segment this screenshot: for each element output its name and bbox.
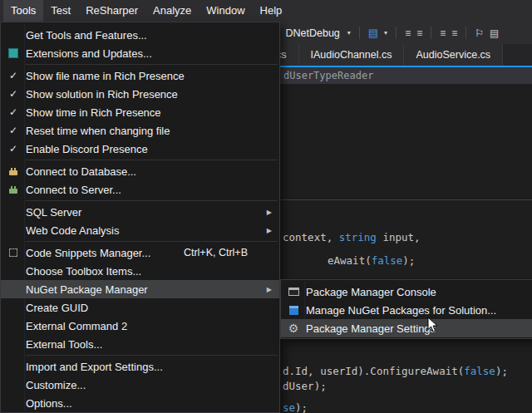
menu-item-external-tools[interactable]: External Tools...: [1, 335, 279, 353]
menu-item-label: Show file name in Rich Presence: [26, 70, 279, 82]
menu-item-choose-toolbox-items[interactable]: Choose Toolbox Items...: [1, 262, 279, 280]
menu-separator: [26, 200, 278, 201]
menu-item-code-snippets-manager[interactable]: Code Snippets Manager... Ctrl+K, Ctrl+B: [1, 243, 279, 262]
code-token: d.Id, userId).ConfigureAwait(: [283, 365, 464, 377]
menu-item-label: Options...: [26, 397, 279, 410]
code-line-3: d.Id, userId).ConfigureAwait(false);: [283, 365, 508, 377]
menubar-item-window[interactable]: Window: [199, 0, 252, 22]
menu-item-show-solution-rich-presence[interactable]: ✓ Show solution in Rich Presence: [1, 85, 279, 103]
step-over-icon[interactable]: ≡: [405, 28, 411, 38]
menu-item-label: Package Manager Console: [306, 286, 532, 298]
package-icon: [289, 306, 298, 315]
code-token: );: [495, 365, 508, 377]
menu-item-customize[interactable]: Customize...: [1, 376, 279, 394]
console-icon: [288, 288, 299, 296]
code-token: se: [283, 401, 295, 413]
debug-target-dropdown-icon[interactable]: ▾: [347, 30, 351, 37]
code-token: input,: [377, 231, 421, 243]
menu-item-get-tools-and-features[interactable]: Get Tools and Features...: [1, 26, 279, 44]
menubar-item-analyze[interactable]: Analyze: [145, 0, 199, 22]
menu-item-label: NuGet Package Manager: [26, 283, 279, 296]
attach-dropdown-icon[interactable]: ▾: [384, 30, 387, 37]
toolbar-separator: [396, 27, 397, 39]
code-token: false: [372, 254, 403, 267]
code-token: eAwait(: [328, 254, 372, 267]
code-token: false: [464, 365, 495, 377]
menu-item-label: Get Tools and Features...: [26, 29, 279, 42]
menubar-item-resharper[interactable]: ReSharper: [78, 0, 145, 22]
menu-item-label: Show time in Rich Presence: [26, 106, 279, 119]
tab-audioservice[interactable]: AudioService.cs: [404, 44, 503, 66]
menu-item-import-export-settings[interactable]: Import and Export Settings...: [1, 357, 279, 376]
code-token: );: [295, 401, 308, 413]
bookmark-icon[interactable]: ⚐: [475, 28, 484, 38]
menu-item-package-manager-console[interactable]: Package Manager Console: [281, 283, 532, 301]
menubar-item-help[interactable]: Help: [253, 0, 290, 22]
menu-item-connect-to-database[interactable]: Connect to Database...: [1, 162, 279, 180]
menu-item-label: Connect to Server...: [26, 184, 279, 196]
connect-database-icon: [9, 170, 17, 175]
menu-item-label: Reset time when changing file: [26, 125, 279, 137]
code-snippets-icon: [9, 248, 17, 257]
increase-indent-icon[interactable]: ≡: [451, 28, 457, 38]
decrease-indent-icon[interactable]: ≡: [440, 28, 446, 38]
menu-item-enable-discord-presence[interactable]: ✓ Enable Discord Presence: [1, 140, 279, 158]
debug-target-label[interactable]: DNetDebug: [285, 27, 339, 39]
menu-separator: [26, 160, 278, 160]
menu-item-sql-server[interactable]: SQL Server ▶: [1, 203, 279, 221]
submenu-arrow-icon: ▶: [267, 209, 272, 216]
code-line-5: se);: [283, 401, 308, 413]
code-line-2: eAwait(false);: [328, 254, 415, 267]
code-line-1: context, string input,: [283, 231, 421, 243]
menu-item-extensions-and-updates[interactable]: Extensions and Updates...: [1, 44, 279, 62]
menu-item-reset-time-changing-file[interactable]: ✓ Reset time when changing file: [1, 121, 279, 140]
menubar-item-tools[interactable]: Tools: [3, 0, 43, 22]
gear-icon: ⚙: [288, 322, 299, 334]
menu-separator: [26, 64, 278, 65]
menu-item-show-time-rich-presence[interactable]: ✓ Show time in Rich Presence: [1, 103, 279, 121]
menu-bar: Tools Test ReSharper Analyze Window Help: [0, 0, 532, 22]
attach-process-icon[interactable]: ▤: [368, 27, 378, 38]
nuget-submenu: Package Manager Console Manage NuGet Pac…: [280, 279, 532, 339]
menu-item-label: Web Code Analysis: [26, 224, 279, 237]
task-list-icon[interactable]: ▤: [490, 28, 499, 38]
submenu-arrow-icon: ▶: [267, 286, 272, 293]
menu-item-label: Customize...: [26, 379, 279, 391]
toolbar-separator: [359, 27, 360, 39]
extensions-icon: [8, 48, 18, 58]
code-token: string: [339, 231, 377, 243]
menu-item-package-manager-settings[interactable]: ⚙ Package Manager Settings: [281, 319, 532, 337]
menu-item-label: Show solution in Rich Presence: [26, 88, 279, 101]
menu-item-nuget-package-manager[interactable]: NuGet Package Manager ▶: [1, 280, 279, 298]
code-token: dUser);: [283, 380, 327, 392]
menu-item-connect-to-server[interactable]: Connect to Server...: [1, 180, 279, 199]
menu-item-web-code-analysis[interactable]: Web Code Analysis ▶: [1, 221, 279, 239]
menu-item-label: External Command 2: [26, 320, 279, 332]
menu-item-manage-nuget-packages-solution[interactable]: Manage NuGet Packages for Solution...: [281, 301, 532, 319]
menu-item-options[interactable]: Options...: [1, 394, 279, 412]
menu-item-create-guid[interactable]: Create GUID: [1, 298, 279, 317]
step-into-icon[interactable]: ≡: [416, 28, 422, 38]
menu-item-label: Extensions and Updates...: [26, 47, 279, 60]
menu-item-label: External Tools...: [26, 338, 279, 351]
checkmark-icon: ✓: [9, 125, 17, 136]
checkmark-icon: ✓: [9, 88, 17, 100]
submenu-arrow-icon: ▶: [267, 227, 272, 234]
menu-item-label: Manage NuGet Packages for Solution...: [306, 304, 532, 317]
checkmark-icon: ✓: [9, 143, 17, 155]
menu-item-label: Choose Toolbox Items...: [26, 265, 279, 278]
connect-server-icon: [9, 189, 17, 194]
menu-item-label: SQL Server: [26, 206, 279, 219]
code-token: );: [402, 254, 415, 267]
mouse-cursor: [427, 317, 439, 333]
code-line-4: dUser);: [283, 380, 327, 392]
tools-menu: Get Tools and Features... Extensions and…: [0, 22, 280, 413]
menu-item-label: Import and Export Settings...: [26, 361, 279, 373]
menu-item-external-command-2[interactable]: External Command 2: [1, 317, 279, 335]
menu-item-show-file-name-rich-presence[interactable]: ✓ Show file name in Rich Presence: [1, 66, 279, 85]
tab-iaudiochannel[interactable]: IAudioChannel.cs: [299, 44, 405, 66]
checkmark-icon: ✓: [9, 106, 17, 118]
menubar-item-test[interactable]: Test: [43, 0, 78, 22]
code-token: context,: [283, 231, 339, 243]
menu-item-label: Create GUID: [26, 302, 279, 314]
